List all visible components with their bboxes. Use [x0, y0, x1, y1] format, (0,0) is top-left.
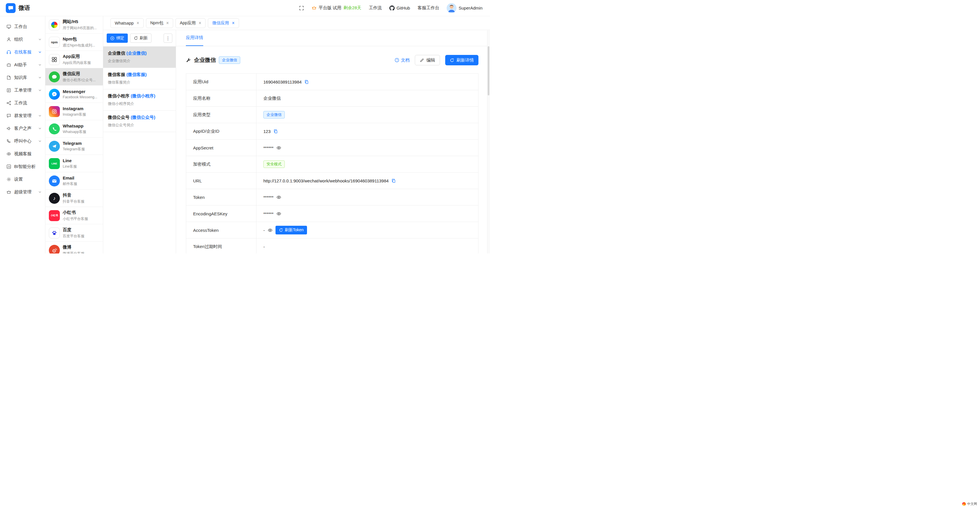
copy-icon[interactable] [274, 129, 278, 134]
channel-desc: Telegram客服 [63, 147, 85, 152]
docs-link[interactable]: ? 文档 [395, 57, 410, 63]
crown-icon [312, 5, 317, 10]
refresh-token-button[interactable]: 刷新Token [275, 226, 307, 234]
user-menu[interactable]: SuperAdmin [447, 3, 482, 13]
nav-agent-workbench[interactable]: 客服工作台 [417, 5, 439, 11]
eye-icon[interactable] [268, 228, 273, 233]
channel-instagram[interactable]: Instagram Instagram客服 [45, 103, 103, 120]
channel-npm[interactable]: npm Npm包 通过Npm包集成到... [45, 33, 103, 51]
channel-weibo[interactable]: 微博 微博平台客服 [45, 242, 103, 253]
table-row: Token过期时间 - [186, 238, 478, 253]
channel-douyin[interactable]: ♪ 抖音 抖音平台客服 [45, 190, 103, 207]
sidebar-item-bi-analytics[interactable]: BI智能分析 [0, 160, 45, 173]
close-icon[interactable]: × [199, 21, 201, 25]
chevron-down-icon [38, 76, 41, 79]
scrollbar-thumb[interactable] [488, 46, 489, 95]
tab-app-details[interactable]: 应用详情 [186, 30, 203, 46]
app-link[interactable]: (微信公众号) [130, 115, 155, 120]
close-icon[interactable]: × [232, 21, 234, 25]
edit-button[interactable]: 编辑 [415, 55, 440, 65]
sidebar-item-broadcast[interactable]: 群发管理 [0, 109, 45, 122]
close-icon[interactable]: × [137, 21, 139, 25]
tab-app[interactable]: App应用 × [175, 18, 205, 28]
sidebar-item-ticket-management[interactable]: 工单管理 [0, 84, 45, 97]
tab-npm[interactable]: Npm包 × [146, 18, 173, 28]
plan-badge[interactable]: 平台版 试用 剩余28天 [312, 5, 361, 11]
channel-name: Instagram [63, 106, 86, 111]
channel-desc: 百度平台客服 [63, 234, 84, 239]
tab-whatsapp[interactable]: Whatsapp × [110, 18, 144, 28]
copy-icon[interactable] [304, 80, 309, 84]
chevron-down-icon [38, 127, 41, 130]
copy-icon[interactable] [391, 179, 396, 183]
primary-sidebar: 工作台 组织 在线客服 AI助手 知识库 工单管理 [0, 16, 45, 253]
chevron-down-icon [38, 89, 41, 92]
channel-name: Npm包 [63, 37, 95, 42]
fullscreen-icon[interactable] [299, 5, 304, 11]
app-link[interactable]: (微信客服) [126, 72, 146, 77]
app-link[interactable]: (微信小程序) [130, 93, 155, 98]
list-item[interactable]: 微信公众号 (微信公众号) 微信公众号简介 [103, 111, 176, 132]
page-title: 企业微信 [194, 56, 216, 64]
eye-icon[interactable] [276, 145, 281, 150]
eye-icon[interactable] [276, 195, 281, 200]
website-icon [49, 19, 60, 30]
sidebar-item-video-service[interactable]: 视频客服 [0, 148, 45, 160]
channel-desc: Instagram客服 [63, 112, 86, 117]
channel-line[interactable]: LINE Line Line客服 [45, 155, 103, 172]
refresh-details-button[interactable]: 刷新详情 [445, 55, 479, 65]
channel-app[interactable]: App应用 App应用内嵌客服 [45, 51, 103, 68]
chevron-down-icon [38, 114, 41, 118]
table-row: 应用Uid 1690460389113984 [186, 74, 478, 90]
more-actions-button[interactable]: ⋮ [164, 33, 172, 43]
channel-messenger[interactable]: Messenger Facebook Messeng... [45, 86, 103, 103]
sidebar-item-organization[interactable]: 组织 [0, 33, 45, 46]
nav-github[interactable]: GitHub [390, 5, 410, 11]
table-row: AppID/企业ID 123 [186, 123, 478, 140]
app-logo[interactable] [6, 3, 16, 13]
headset-icon [6, 50, 11, 55]
channel-name: 微信应用 [63, 71, 96, 76]
channel-telegram[interactable]: Telegram Telegram客服 [45, 138, 103, 155]
close-icon[interactable]: × [166, 21, 169, 25]
tab-wechat-app[interactable]: 微信应用 × [208, 18, 239, 28]
app-link[interactable]: (企业微信) [126, 51, 146, 56]
channel-email[interactable]: Email 邮件客服 [45, 172, 103, 190]
channel-wechat[interactable]: 微信应用 微信小程序/公众号... [45, 68, 103, 86]
channel-name: 百度 [63, 227, 84, 233]
sidebar-item-ai-assistant[interactable]: AI助手 [0, 59, 45, 71]
scrollbar-track[interactable] [487, 30, 490, 253]
list-item[interactable]: 企业微信 (企业微信) 企业微信简介 [103, 46, 176, 68]
plan-remaining: 剩余28天 [344, 5, 361, 11]
svg-text:?: ? [396, 59, 398, 62]
nav-workflow[interactable]: 工作流 [369, 5, 382, 11]
channel-name: Messenger [63, 89, 97, 94]
chevron-down-icon [38, 63, 41, 67]
channel-whatsapp[interactable]: Whatsapp Whatsapp客服 [45, 120, 103, 138]
list-item[interactable]: 微信小程序 (微信小程序) 微信小程序简介 [103, 89, 176, 111]
baidu-icon [49, 227, 60, 238]
channel-desc: 微信小程序/公众号... [63, 78, 96, 83]
sidebar-item-workflow[interactable]: 工作流 [0, 97, 45, 109]
channel-xiaohongshu[interactable]: 小红书 小红书 小红书平台客服 [45, 207, 103, 224]
refresh-button[interactable]: 刷新 [130, 33, 151, 43]
refresh-icon [450, 58, 454, 62]
sidebar-item-online-service[interactable]: 在线客服 [0, 46, 45, 59]
sidebar-item-workbench[interactable]: 工作台 [0, 20, 45, 33]
sidebar-item-knowledge-base[interactable]: 知识库 [0, 71, 45, 84]
whatsapp-icon [49, 124, 60, 134]
list-item[interactable]: 微信客服 (微信客服) 微信客服简介 [103, 68, 176, 89]
eye-icon[interactable] [276, 211, 281, 216]
sidebar-item-settings[interactable]: 设置 [0, 173, 45, 186]
channel-name: 网站/H5 [63, 19, 97, 25]
avatar [447, 3, 457, 13]
bind-button[interactable]: 绑定 [107, 33, 128, 43]
sidebar-item-call-center[interactable]: 呼叫中心 [0, 135, 45, 148]
table-row: EncodingAESKey ****** [186, 205, 478, 222]
channel-website[interactable]: 网站/H5 用于网站/H5页面的... [45, 16, 103, 33]
sidebar-item-voice-of-customer[interactable]: 客户之声 [0, 122, 45, 135]
document-icon [6, 75, 11, 80]
channel-desc: Whatsapp客服 [63, 129, 86, 134]
sidebar-item-super-admin[interactable]: 超级管理 [0, 186, 45, 198]
channel-baidu[interactable]: 百度 百度平台客服 [45, 224, 103, 242]
